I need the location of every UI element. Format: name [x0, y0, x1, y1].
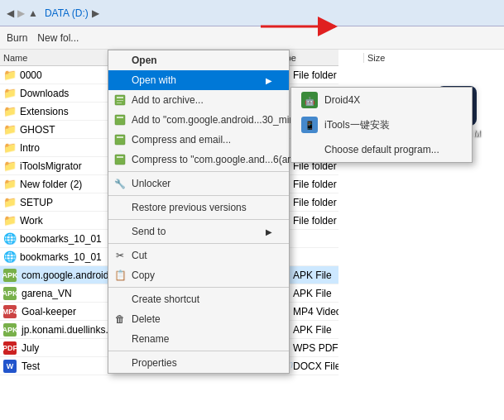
properties-icon — [113, 356, 127, 370]
new-folder-button[interactable]: New fol... — [37, 32, 79, 44]
submenu-choose-default[interactable]: Choose default program... — [291, 137, 472, 162]
svg-rect-11 — [117, 100, 123, 101]
ctx-copy[interactable]: 📋 Copy — [108, 265, 289, 285]
folder-icon: 📁 — [3, 69, 17, 82]
ctx-send-to-arrow: ▶ — [266, 227, 272, 236]
ctx-properties[interactable]: Properties — [108, 353, 289, 373]
folder-icon: 📁 — [3, 178, 17, 191]
svg-rect-17 — [115, 155, 125, 165]
submenu-itools[interactable]: 📱 iTools一键安装 — [291, 112, 472, 137]
restore-icon — [113, 201, 127, 214]
rename-icon — [113, 332, 127, 346]
open-with-icon — [113, 74, 127, 87]
ctx-unlocker[interactable]: 🔧 Unlocker — [108, 174, 289, 193]
svg-rect-13 — [115, 115, 125, 125]
ctx-sep-5 — [108, 287, 289, 288]
svg-rect-16 — [117, 136, 123, 138]
nav-back-icon[interactable]: ◀ — [7, 7, 14, 19]
unlocker-icon: 🔧 — [113, 177, 127, 190]
ctx-create-shortcut[interactable]: Create shortcut — [108, 289, 289, 309]
delete-icon: 🗑 — [113, 313, 127, 326]
docx-icon: W — [3, 360, 17, 373]
choose-default-icon — [301, 141, 318, 158]
add-to-icon — [113, 113, 127, 126]
ctx-open[interactable]: Open — [108, 50, 289, 70]
ctx-cut[interactable]: ✂ Cut — [108, 246, 289, 265]
ctx-send-to[interactable]: Send to ▶ — [108, 222, 289, 241]
folder-icon: 📁 — [3, 160, 17, 173]
ctx-sep-4 — [108, 243, 289, 244]
svg-rect-12 — [117, 103, 122, 103]
ctx-compress-email[interactable]: Compress and email... — [108, 130, 289, 150]
ctx-sep-2 — [108, 195, 289, 196]
folder-icon: 📁 — [3, 123, 17, 136]
address-bar[interactable]: ◀ ▶ ▲ DATA (D:) ▶ — [0, 0, 504, 26]
ctx-compress-to[interactable]: Compress to "com.google.and...6(armeab — [108, 150, 289, 169]
apk-icon: APK — [3, 269, 17, 282]
submenu-droid4x[interactable]: 🤖 Droid4X — [291, 88, 472, 112]
ctx-add-to[interactable]: Add to "com.google.android...30_minAPI — [108, 110, 289, 130]
compress-to-icon — [113, 153, 127, 166]
ctx-open-with[interactable]: Open with ▶ 🤖 Droid4X — [108, 70, 289, 90]
breadcrumb-item[interactable]: DATA (D:) — [45, 7, 89, 19]
ctx-add-archive[interactable]: Add to archive... — [108, 90, 289, 110]
breadcrumb-arrow: ▶ — [92, 7, 99, 19]
mp4-icon: MP4 — [3, 305, 17, 318]
itools-icon: 📱 — [301, 117, 318, 133]
folder-icon: 📁 — [3, 196, 17, 209]
burn-button[interactable]: Burn — [7, 32, 27, 44]
open-with-submenu: 🤖 Droid4X 📱 iTools一键安装 — [290, 87, 473, 163]
folder-icon: 📁 — [3, 105, 17, 118]
cut-icon: ✂ — [113, 249, 127, 262]
ctx-sep-3 — [108, 219, 289, 220]
ctx-delete[interactable]: 🗑 Delete — [108, 309, 289, 329]
shortcut-icon — [113, 293, 127, 306]
explorer-window: ◀ ▶ ▲ DATA (D:) ▶ Burn New fol... Name D… — [0, 0, 504, 420]
toolbar: Burn New fol... — [0, 26, 504, 50]
svg-text:🤖: 🤖 — [305, 96, 315, 107]
nav-forward-icon[interactable]: ▶ — [17, 7, 25, 19]
archive-icon — [113, 93, 127, 107]
svg-rect-10 — [117, 97, 123, 98]
svg-rect-14 — [117, 117, 123, 118]
chrome-icon: 🌐 — [3, 232, 17, 246]
chrome-icon: 🌐 — [3, 251, 17, 264]
compress-email-icon — [113, 133, 127, 146]
svg-text:📱: 📱 — [305, 120, 315, 131]
apk-icon: APK — [3, 287, 17, 300]
send-to-icon — [113, 225, 127, 238]
context-menu: Open Open with ▶ 🤖 Droid4X — [108, 50, 290, 374]
ctx-rename[interactable]: Rename — [108, 329, 289, 349]
copy-icon: 📋 — [113, 269, 127, 282]
open-icon — [113, 54, 127, 67]
ctx-sep-6 — [108, 351, 289, 351]
apk-icon: APK — [3, 323, 17, 336]
svg-rect-18 — [117, 156, 123, 158]
ctx-restore[interactable]: Restore previous versions — [108, 198, 289, 217]
ctx-sep-1 — [108, 171, 289, 172]
folder-icon: 📁 — [3, 214, 17, 227]
ctx-submenu-arrow: ▶ — [266, 76, 272, 85]
arrow-annotation — [257, 12, 348, 44]
nav-up-icon[interactable]: ▲ — [28, 7, 38, 19]
breadcrumb: DATA (D:) ▶ — [45, 7, 99, 19]
col-size[interactable]: Size — [364, 53, 422, 63]
svg-rect-15 — [115, 135, 125, 145]
folder-icon: 📁 — [3, 141, 17, 155]
pdf-icon: PDF — [3, 341, 17, 355]
droid4x-icon: 🤖 — [301, 92, 318, 108]
folder-icon: 📁 — [3, 87, 17, 100]
